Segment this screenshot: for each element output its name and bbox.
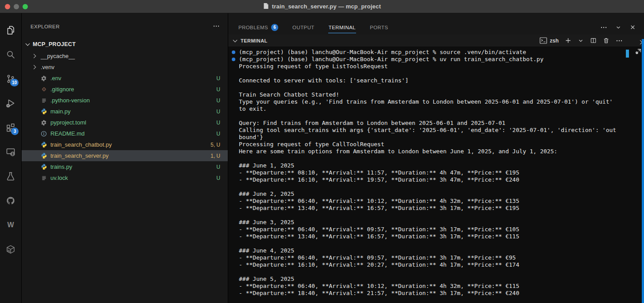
root-folder-label: MCP_PROJECT <box>33 41 76 47</box>
bottom-panel: PROBLEMS6OUTPUTTERMINALPORTS TERMINAL zs… <box>228 13 644 303</box>
terminal-line: (mcp_project) (base) lanchu@Our-MacBook-… <box>239 49 644 56</box>
python-file-icon <box>39 152 48 159</box>
shell-label: zsh <box>550 38 559 44</box>
file-item-train-search-chatbot-py[interactable]: train_search_chatbot.py5, U <box>22 139 228 150</box>
terminal-body[interactable]: (mcp_project) (base) lanchu@Our-MacBook-… <box>228 47 644 303</box>
file-item-main-py[interactable]: main.pyU <box>22 106 228 117</box>
activity-item-remote-explorer[interactable] <box>0 140 21 164</box>
explorer-file-list: __pycache__.venv.envU.gitignoreU.python-… <box>22 50 228 183</box>
activity-item-run-debug[interactable] <box>0 91 21 115</box>
terminal-line: Processing request of type CallToolReque… <box>239 141 644 148</box>
panel-tab-output[interactable]: OUTPUT <box>292 20 315 35</box>
panel-tab-problems[interactable]: PROBLEMS6 <box>238 20 279 35</box>
git-status-badge: 5, U <box>211 142 228 148</box>
terminal-line: Calling tool search_trains with args {'s… <box>239 127 644 134</box>
command-decoration-icon[interactable] <box>232 50 235 54</box>
folder-root-mcp-project[interactable]: MCP_PROJECT <box>22 39 228 50</box>
split-icon[interactable] <box>590 37 597 44</box>
github-icon <box>5 195 16 206</box>
terminal-line <box>239 155 644 162</box>
panel-tab-label: TERMINAL <box>329 25 356 30</box>
terminal-line: ### June 3, 2025 <box>239 219 644 226</box>
chevron-down-icon[interactable] <box>578 38 584 44</box>
terminal-line: to exit. <box>239 105 644 113</box>
minimize-window-button[interactable] <box>14 4 19 9</box>
terminal-line: Train Search Chatbot Started! <box>239 91 644 98</box>
file-item-trains-py[interactable]: trains.pyU <box>22 161 228 172</box>
panel-tabs: PROBLEMS6OUTPUTTERMINALPORTS <box>238 20 389 35</box>
file-item--gitignore[interactable]: .gitignoreU <box>22 84 228 95</box>
activity-item-explorer[interactable] <box>0 18 21 42</box>
explorer-more-actions-icon[interactable] <box>213 23 220 31</box>
files-icon <box>5 25 16 35</box>
file-item-train-search-server-py[interactable]: train_search_server.py1, U <box>22 150 228 161</box>
file-item--python-version[interactable]: .python-versionU <box>22 95 228 106</box>
more-icon[interactable] <box>600 24 607 31</box>
search-icon <box>5 49 16 60</box>
terminal-line: - **Departure:** 18:40, **Arrival:** 21:… <box>239 290 644 297</box>
terminal-line: ### June 5, 2025 <box>239 276 644 283</box>
folder-item--pycache-[interactable]: __pycache__ <box>22 50 228 62</box>
git-status-badge: U <box>216 97 228 104</box>
close-icon[interactable] <box>629 24 636 31</box>
terminal-line <box>239 84 644 91</box>
command-decoration-icon[interactable] <box>232 58 235 61</box>
file-name: pyproject.toml <box>50 119 86 126</box>
activity-item-testing[interactable] <box>0 164 21 188</box>
terminal-line: Here are some train options from Amsterd… <box>239 148 644 155</box>
list-file-icon <box>39 97 48 103</box>
chevron-right-icon <box>32 54 39 58</box>
activity-item-containers[interactable] <box>0 237 21 261</box>
file-name: train_search_chatbot.py <box>50 141 112 148</box>
terminal-line: - **Departure:** 06:40, **Arrival:** 09:… <box>239 254 644 261</box>
terminal-line <box>239 113 644 120</box>
close-window-button[interactable] <box>5 4 10 9</box>
trash-icon[interactable] <box>603 37 610 44</box>
terminal-toolbar: zsh <box>540 35 623 47</box>
terminal-overflow-chevron-right-icon[interactable] <box>639 38 642 46</box>
debug-icon <box>5 98 16 109</box>
terminal-section-toggle[interactable]: TERMINAL <box>234 38 268 43</box>
terminal-line: ### June 4, 2025 <box>239 247 644 254</box>
window-title-group: train_search_server.py — mcp_project <box>263 3 381 11</box>
terminal-line <box>239 240 644 247</box>
panel-tab-terminal[interactable]: TERMINAL <box>328 20 356 35</box>
traffic-lights <box>5 0 28 13</box>
panel-resize-sash[interactable] <box>642 39 644 303</box>
chevron-down-icon <box>233 38 238 42</box>
terminal-settings-icon[interactable] <box>635 47 642 57</box>
workbench: 103W EXPLORER MCP_PROJECT __pycache__.ve… <box>0 13 644 303</box>
file-item-uv-lock[interactable]: uv.lockU <box>22 172 228 183</box>
terminal-line: - **Departure:** 13:40, **Arrival:** 16:… <box>239 233 644 240</box>
activity-item-search[interactable] <box>0 42 21 66</box>
activity-item-windsurf[interactable]: W <box>0 213 21 237</box>
gear-file-icon <box>39 75 48 82</box>
terminal-line <box>239 268 644 276</box>
git-file-icon <box>39 86 48 92</box>
folder-item--venv[interactable]: .venv <box>22 62 228 73</box>
chevron-down-icon[interactable] <box>615 24 621 31</box>
zoom-window-button[interactable] <box>23 4 28 9</box>
activity-item-extensions[interactable]: 3 <box>0 115 21 140</box>
sidebar-title: EXPLORER <box>31 24 60 29</box>
title-bar: train_search_server.py — mcp_project <box>0 0 644 13</box>
file-item--env[interactable]: .envU <box>22 73 228 84</box>
file-item-readme-md[interactable]: README.mdU <box>22 128 228 139</box>
file-name: __pycache__ <box>41 53 75 59</box>
git-status-badge: U <box>216 164 228 170</box>
file-item-pyproject-toml[interactable]: pyproject.tomlU <box>22 117 228 128</box>
terminal-line: - **Departure:** 16:10, **Arrival:** 20:… <box>239 261 644 268</box>
vscode-window: train_search_server.py — mcp_project 103… <box>0 0 644 303</box>
git-status-badge: U <box>216 109 228 115</box>
activity-item-github[interactable] <box>0 188 21 213</box>
shell-selector[interactable]: zsh <box>540 37 559 44</box>
file-name: .venv <box>41 64 54 70</box>
more-icon[interactable] <box>616 37 623 44</box>
panel-tab-bar: PROBLEMS6OUTPUTTERMINALPORTS <box>228 13 644 35</box>
python-file-icon <box>39 108 48 115</box>
plus-icon[interactable] <box>565 37 571 44</box>
terminal-line: ### June 2, 2025 <box>239 190 644 198</box>
activity-item-source-control[interactable]: 10 <box>0 66 21 91</box>
git-status-badge: U <box>216 131 228 137</box>
panel-tab-ports[interactable]: PORTS <box>369 20 388 35</box>
